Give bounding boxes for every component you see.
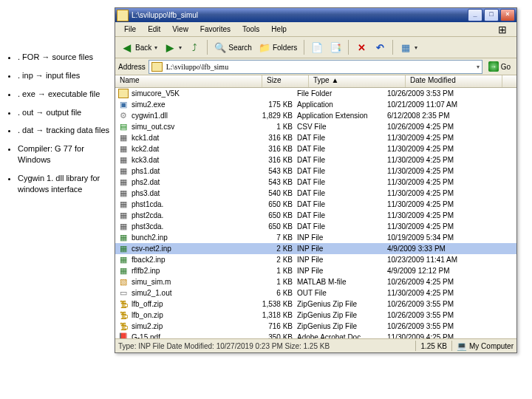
forward-button[interactable]: ▶ ▾ <box>161 39 185 55</box>
file-row[interactable]: ▦bunch2.inp7 KBINP File10/19/2009 5:34 P… <box>115 232 516 243</box>
file-date: 10/26/2009 4:25 PM <box>387 123 477 131</box>
delete-button[interactable]: ✕ <box>352 39 370 55</box>
copy-to-button[interactable]: 📑 <box>327 39 344 55</box>
file-row[interactable]: 🗜lfb_on.zip1,318 KBZipGenius Zip File10/… <box>115 310 516 321</box>
file-row[interactable]: simucore_V5KFile Folder10/26/2009 3:53 P… <box>115 88 516 99</box>
file-name: cygwin1.dll <box>132 112 256 120</box>
back-button[interactable]: ◀ Back ▾ <box>118 39 160 55</box>
file-type: OUT File <box>297 289 387 297</box>
file-date: 6/12/2008 2:35 PM <box>387 112 477 120</box>
file-row[interactable]: ▦csv-net2.inp2 KBINP File4/9/2009 3:33 P… <box>115 243 516 254</box>
file-inp-icon: ▦ <box>118 244 129 254</box>
file-row[interactable]: ▦phst3cda.650 KBDAT File11/30/2009 4:25 … <box>115 221 516 232</box>
chevron-down-icon[interactable]: ▾ <box>477 64 480 70</box>
file-date: 11/30/2009 4:25 PM <box>387 167 477 175</box>
menu-help[interactable]: Help <box>265 24 293 35</box>
file-row[interactable]: ▦kck3.dat316 KBDAT File11/30/2009 4:25 P… <box>115 154 516 166</box>
file-list[interactable]: simucore_V5KFile Folder10/26/2009 3:53 P… <box>115 88 516 338</box>
status-location: 💻 My Computer <box>457 341 514 351</box>
file-row[interactable]: ▦fback2.inp2 KBINP File10/23/2009 11:41 … <box>115 254 516 265</box>
file-row[interactable]: 🗜lfb_off.zip1,538 KBZipGenius Zip File10… <box>115 299 516 310</box>
file-row[interactable]: ⚙cygwin1.dll1,829 KBApplication Extensio… <box>115 110 516 121</box>
file-row[interactable]: 📕G-15.pdf350 KBAdobe Acrobat Doc...11/30… <box>115 332 516 338</box>
file-dat-icon: ▦ <box>118 200 129 210</box>
file-row[interactable]: ▦phs2.dat543 KBDAT File11/30/2009 4:25 P… <box>115 177 516 188</box>
header-type[interactable]: Type ▲ <box>309 75 406 87</box>
file-name: phs1.dat <box>132 167 256 175</box>
file-type: MATLAB M-file <box>297 278 387 286</box>
up-button[interactable]: ⤴ <box>185 39 203 55</box>
file-zip-icon: 🗜 <box>118 321 129 332</box>
search-icon: 🔍 <box>214 41 226 53</box>
file-row[interactable]: ▤simu_out.csv1 KBCSV File10/26/2009 4:25… <box>115 121 516 132</box>
file-row[interactable]: ▦phst2cda.650 KBDAT File11/30/2009 4:25 … <box>115 210 516 221</box>
file-name: simucore_V5K <box>132 89 256 98</box>
file-date: 11/30/2009 4:25 PM <box>387 145 477 153</box>
chevron-down-icon: ▾ <box>415 44 417 51</box>
folder-icon <box>117 10 129 21</box>
forward-icon: ▶ <box>164 41 176 53</box>
delete-icon: ✕ <box>355 41 367 53</box>
close-button[interactable]: × <box>500 9 515 21</box>
file-row[interactable]: ▭simu2_1.out6 KBOUT File11/30/2009 4:25 … <box>115 287 516 299</box>
go-button[interactable]: → Go <box>485 61 514 72</box>
menu-bar: File Edit View Favorites Tools Help ⊞ <box>115 22 516 37</box>
file-type: ZipGenius Zip File <box>297 322 387 330</box>
file-name: simu_sim.m <box>132 278 256 286</box>
file-dat-icon: ▦ <box>118 133 129 143</box>
undo-button[interactable]: ↶ <box>371 39 389 55</box>
file-row[interactable]: ▦phs3.dat540 KBDAT File11/30/2009 4:25 P… <box>115 188 516 199</box>
file-name: phst1cda. <box>132 200 256 208</box>
file-row[interactable]: ▦phs1.dat543 KBDAT File11/30/2009 4:25 P… <box>115 166 516 177</box>
file-name: kck3.dat <box>132 156 256 164</box>
file-size: 716 KB <box>256 322 297 330</box>
file-type: DAT File <box>297 178 387 186</box>
folders-button[interactable]: 📁 Folders <box>256 39 300 55</box>
file-name: csv-net2.inp <box>132 245 256 253</box>
menu-tools[interactable]: Tools <box>236 24 265 35</box>
file-date: 11/30/2009 4:25 PM <box>387 156 477 164</box>
file-row[interactable]: ▧simu_sim.m1 KBMATLAB M-file10/26/2009 4… <box>115 276 516 287</box>
file-date: 11/30/2009 4:25 PM <box>387 211 477 219</box>
menu-edit[interactable]: Edit <box>142 24 166 35</box>
file-dat-icon: ▦ <box>118 188 129 199</box>
header-name[interactable]: Name <box>115 75 262 87</box>
file-row[interactable]: ▦rflfb2.inp1 KBINP File4/9/2009 12:12 PM <box>115 265 516 276</box>
file-size: 316 KB <box>256 134 297 142</box>
file-row[interactable]: ▦phst1cda.650 KBDAT File11/30/2009 4:25 … <box>115 199 516 210</box>
file-name: lfb_off.zip <box>132 300 256 308</box>
header-date[interactable]: Date Modified <box>406 75 502 87</box>
file-size: 650 KB <box>256 211 297 219</box>
address-input[interactable] <box>165 62 474 72</box>
address-box[interactable]: ▾ <box>149 60 482 74</box>
menu-file[interactable]: File <box>118 24 142 35</box>
file-out-icon: ▭ <box>118 288 129 299</box>
go-icon: → <box>488 61 499 72</box>
file-app-icon: ▣ <box>118 100 129 110</box>
side-note-item: . FOR → source files <box>18 52 118 63</box>
file-date: 10/21/2009 11:07 AM <box>387 100 477 109</box>
move-to-button[interactable]: 📄 <box>308 39 326 55</box>
maximize-button[interactable]: □ <box>484 9 499 21</box>
explorer-window: L:\sviluppo\lfb_simul _ □ × File Edit Vi… <box>115 7 517 353</box>
menu-view[interactable]: View <box>166 24 194 35</box>
menu-favorites[interactable]: Favorites <box>194 24 236 35</box>
minimize-button[interactable]: _ <box>468 9 482 21</box>
titlebar[interactable]: L:\sviluppo\lfb_simul _ □ × <box>115 8 516 22</box>
side-note-item: . inp → input files <box>18 70 118 81</box>
go-label: Go <box>501 63 511 71</box>
file-row[interactable]: ▦kck1.dat316 KBDAT File11/30/2009 4:25 P… <box>115 132 516 143</box>
file-name: G-15.pdf <box>132 333 256 338</box>
views-button[interactable]: ▦▾ <box>397 39 420 55</box>
file-row[interactable]: 🗜simu2.zip716 KBZipGenius Zip File10/26/… <box>115 321 516 332</box>
search-button[interactable]: 🔍 Search <box>211 39 255 55</box>
header-size[interactable]: Size <box>262 75 309 87</box>
file-inp-icon: ▦ <box>118 233 129 243</box>
file-name: simu2.exe <box>132 100 256 109</box>
file-name: phs2.dat <box>132 178 256 186</box>
file-row[interactable]: ▦kck2.dat316 KBDAT File11/30/2009 4:25 P… <box>115 143 516 154</box>
move-icon: 📄 <box>311 41 323 53</box>
file-dat-icon: ▦ <box>118 155 129 166</box>
file-date: 10/19/2009 5:34 PM <box>387 233 477 242</box>
file-row[interactable]: ▣simu2.exe175 KBApplication10/21/2009 11… <box>115 99 516 110</box>
